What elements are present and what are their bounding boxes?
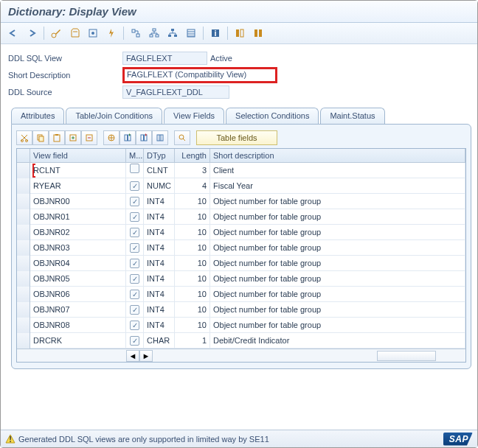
cell-dtyp: INT4 <box>144 287 175 302</box>
table-row[interactable]: OBJNR02INT410Object number for table gro… <box>17 225 465 240</box>
where-used-icon[interactable] <box>128 26 144 41</box>
table-row[interactable]: DRCRKCHAR1Debit/Credit Indicator <box>17 333 465 349</box>
svg-text:i: i <box>214 29 216 38</box>
display-change-icon[interactable] <box>48 26 64 41</box>
cell-view-field: OBJNR00 <box>30 194 126 209</box>
row-selector[interactable] <box>17 318 30 333</box>
cell-length: 4 <box>175 178 210 194</box>
row-selector[interactable] <box>17 163 30 178</box>
row-selector[interactable] <box>17 271 30 287</box>
activate-icon[interactable] <box>103 26 119 41</box>
table-row[interactable]: OBJNR04INT410Object number for table gro… <box>17 256 465 271</box>
delete-row-icon[interactable] <box>81 130 97 145</box>
svg-rect-21 <box>39 136 44 141</box>
scroll-track[interactable] <box>153 351 465 361</box>
table-fields-button[interactable]: Table fields <box>196 130 277 145</box>
cell-view-field: OBJNR05 <box>30 271 126 287</box>
table-row[interactable]: OBJNR00INT410Object number for table gro… <box>17 194 465 209</box>
table-row[interactable]: OBJNR06INT410Object number for table gro… <box>17 287 465 302</box>
status-bar: ! Generated DDL SQL views are only suppo… <box>1 430 477 447</box>
hierarchy-icon[interactable] <box>146 26 162 41</box>
cell-length: 10 <box>175 256 210 271</box>
checkbox-icon <box>130 321 139 330</box>
col-short-desc[interactable]: Short description <box>210 149 465 162</box>
table-row[interactable]: OBJNR08INT410Object number for table gro… <box>17 318 465 333</box>
scroll-right-icon[interactable]: ► <box>139 350 153 362</box>
cell-view-field: OBJNR03 <box>30 240 126 256</box>
hierarchy2-icon[interactable] <box>164 26 181 41</box>
col-width-icon[interactable] <box>152 130 168 145</box>
col-view-field[interactable]: View field <box>30 149 126 162</box>
contents-icon[interactable] <box>183 26 199 41</box>
row-selector[interactable] <box>17 225 30 240</box>
append2-icon[interactable] <box>250 26 266 41</box>
srch-help-icon[interactable] <box>174 130 190 145</box>
row-selector[interactable] <box>17 209 30 225</box>
cell-mode <box>126 302 144 318</box>
scroll-thumb[interactable] <box>377 351 436 361</box>
svg-point-2 <box>91 32 94 35</box>
cell-mode <box>126 287 144 302</box>
cell-length: 10 <box>175 271 210 287</box>
cell-short-desc: Object number for table group <box>210 194 465 209</box>
svg-rect-14 <box>236 29 239 37</box>
delete-col-icon[interactable] <box>136 130 152 145</box>
checkbox-icon <box>130 243 139 253</box>
col-length[interactable]: Length <box>175 149 210 162</box>
cell-length: 10 <box>175 209 210 225</box>
back-icon[interactable] <box>5 26 21 41</box>
cell-dtyp: INT4 <box>144 225 175 240</box>
tab-attributes[interactable]: Attributes <box>11 108 64 124</box>
label-ddl-view: DDL SQL View <box>8 54 122 63</box>
row-selector[interactable] <box>17 194 30 209</box>
table-row[interactable]: RYEARNUMC4Fiscal Year <box>17 178 465 194</box>
app-window: Dictionary: Display View i DDL SQL View … <box>0 0 478 448</box>
col-dtyp[interactable]: DTyp <box>144 149 175 162</box>
other-object-icon[interactable] <box>66 26 83 41</box>
insert-col-icon[interactable] <box>119 130 136 145</box>
row-selector[interactable] <box>17 178 30 194</box>
row-selector[interactable] <box>17 287 30 302</box>
cell-dtyp: INT4 <box>144 256 175 271</box>
cell-short-desc: Client <box>210 163 465 178</box>
table-row[interactable]: RCLNTCLNT3Client <box>17 163 465 178</box>
tab-maint-status[interactable]: Maint.Status <box>320 108 384 124</box>
status-message: Generated DDL SQL views are only support… <box>18 435 269 444</box>
scroll-left-icon[interactable]: ◄ <box>126 350 139 362</box>
svg-rect-4 <box>136 34 139 37</box>
table-row[interactable]: OBJNR03INT410Object number for table gro… <box>17 240 465 256</box>
cut-icon[interactable] <box>16 130 32 145</box>
cell-view-field: OBJNR01 <box>30 209 126 225</box>
table-row[interactable]: OBJNR05INT410Object number for table gro… <box>17 271 465 287</box>
cell-view-field: OBJNR02 <box>30 225 126 240</box>
cell-short-desc: Object number for table group <box>210 225 465 240</box>
check-icon[interactable] <box>85 26 101 41</box>
tab-join-conditions[interactable]: Table/Join Conditions <box>66 108 162 124</box>
tab-selection-conditions[interactable]: Selection Conditions <box>226 108 319 124</box>
append-icon[interactable] <box>232 26 248 41</box>
svg-rect-8 <box>171 29 174 31</box>
svg-rect-16 <box>254 29 257 37</box>
paste-icon[interactable] <box>49 130 65 145</box>
cell-short-desc: Object number for table group <box>210 209 465 225</box>
row-selector[interactable] <box>17 256 30 271</box>
table-row[interactable]: OBJNR01INT410Object number for table gro… <box>17 209 465 225</box>
col-mode[interactable]: M... <box>126 149 144 162</box>
svg-rect-30 <box>143 135 145 141</box>
insert-row-icon[interactable] <box>65 130 81 145</box>
checkbox-icon <box>130 259 139 268</box>
row-selector[interactable] <box>17 302 30 318</box>
tab-view-fields[interactable]: View Fields <box>164 108 224 124</box>
svg-rect-23 <box>55 134 58 136</box>
documentation-icon[interactable]: i <box>207 26 224 41</box>
predefined-type-icon[interactable] <box>103 130 119 145</box>
row-selector[interactable] <box>17 240 30 256</box>
row-selector[interactable] <box>17 333 30 349</box>
cell-view-field: OBJNR06 <box>30 287 126 302</box>
table-row[interactable]: OBJNR07INT410Object number for table gro… <box>17 302 465 318</box>
copy-icon[interactable] <box>32 130 49 145</box>
col-selector[interactable] <box>17 149 30 162</box>
forward-icon[interactable] <box>24 26 40 41</box>
cell-short-desc: Object number for table group <box>210 287 465 302</box>
cell-short-desc: Object number for table group <box>210 240 465 256</box>
